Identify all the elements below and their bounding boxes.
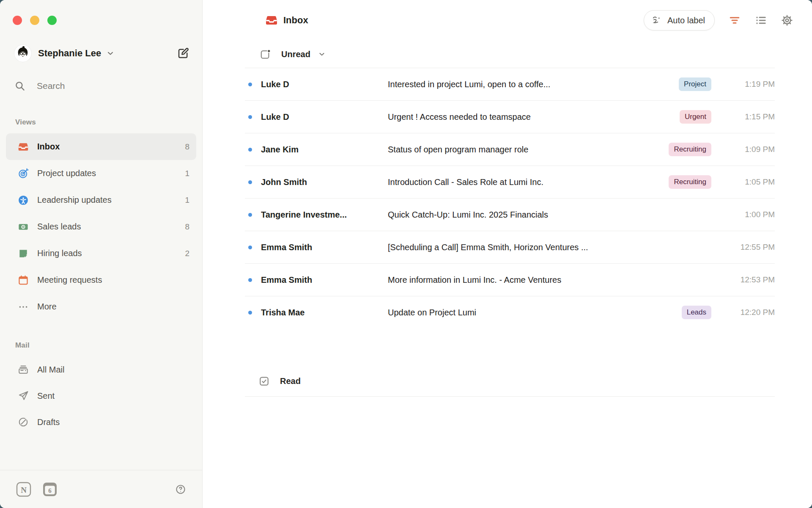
unread-dot [248,180,252,184]
email-time: 12:55 PM [711,243,775,252]
help-icon[interactable] [175,484,186,495]
sidebar-item-label: Sales leads [37,222,81,232]
chevron-down-icon [105,48,115,58]
email-row[interactable]: Trisha MaeUpdate on Project LumiLeads12:… [245,296,775,329]
chevron-down-icon [317,50,326,59]
compose-button[interactable] [177,47,189,60]
notion-app-icon[interactable]: N [16,482,31,497]
email-row[interactable]: Emma Smith[Scheduling a Call] Emma Smith… [245,231,775,264]
list-view-icon[interactable] [754,14,767,27]
views-heading: Views [15,118,202,127]
email-sender: Tangerine Investme... [261,210,388,220]
unread-count: 2 [185,249,189,258]
unread-count: 8 [185,222,189,232]
email-row[interactable]: Emma SmithMore information in Lumi Inc. … [245,264,775,296]
email-time: 12:20 PM [711,308,775,317]
email-sender: Emma Smith [261,243,388,252]
sidebar-item-sent[interactable]: Sent [6,383,196,409]
sidebar-item-inbox[interactable]: Inbox8 [6,133,196,160]
email-row[interactable]: Luke DInterested in project Lumi, open t… [245,68,775,101]
svg-text:6: 6 [48,487,52,494]
label-badge[interactable]: Urgent [680,110,711,124]
sidebar-item-label: More [37,302,57,312]
close-window-button[interactable] [13,16,22,25]
email-subject: Urgent ! Access needed to teamspace [388,112,680,122]
views-list: Inbox8Project updates1Leadership updates… [0,133,202,320]
label-badge[interactable]: Recruiting [669,143,711,156]
email-row[interactable]: Jane KimStatus of open program manager r… [245,133,775,166]
sidebar-item-label: Hiring leads [37,248,82,258]
email-subject: Update on Project Lumi [388,308,682,318]
email-list-area: Unread Luke DInterested in project Lumi,… [245,41,775,397]
email-row[interactable]: John SmithIntroduction Call - Sales Role… [245,166,775,199]
zoom-window-button[interactable] [47,16,57,25]
inbox-icon [18,141,29,152]
sidebar: Stephanie Lee Search Views Inbox8Project… [0,0,203,508]
draft-icon [18,417,29,428]
mail-heading: Mail [15,341,202,350]
sidebar-item-project-updates[interactable]: Project updates1 [6,160,196,187]
email-subject: Introduction Call - Sales Role at Lumi I… [388,177,669,187]
email-time: 12:53 PM [711,275,775,284]
read-section-header[interactable]: Read [245,366,775,396]
sidebar-item-label: Meeting requests [37,275,102,285]
target-icon [18,168,29,179]
email-subject: [Scheduling a Call] Emma Smith, Horizon … [388,243,711,252]
sidebar-item-sales-leads[interactable]: Sales leads8 [6,213,196,240]
email-sender: Jane Kim [261,145,388,155]
email-subject: Status of open program manager role [388,145,669,155]
label-badge[interactable]: Leads [682,306,711,319]
sidebar-item-label: Sent [37,391,55,401]
email-sender: Emma Smith [261,275,388,285]
sidebar-item-leadership-updates[interactable]: Leadership updates1 [6,187,196,213]
sidebar-item-drafts[interactable]: Drafts [6,409,196,435]
sidebar-footer: N 6 [0,470,202,508]
unread-dot [248,83,252,86]
settings-gear-icon[interactable] [781,14,793,27]
unread-dot [248,148,252,152]
money-icon [18,221,29,232]
unread-dot [248,246,252,249]
calendar-app-icon[interactable]: 6 [42,482,58,497]
unread-count: 1 [185,196,189,205]
email-sender: Luke D [261,80,388,89]
read-checkbox-icon [258,375,270,387]
email-row[interactable]: Tangerine Investme...Quick Catch-Up: Lum… [245,199,775,231]
unread-checkbox-icon [260,49,271,60]
unread-dot [248,311,252,315]
sidebar-item-meeting-requests[interactable]: Meeting requests [6,267,196,293]
account-switcher[interactable]: Stephanie Lee [14,44,189,62]
main-panel: Inbox Auto label Unread Luke DInterested… [203,0,812,508]
search-placeholder: Search [37,81,65,91]
sidebar-item-label: All Mail [37,365,64,375]
auto-label-button[interactable]: Auto label [644,10,715,30]
unread-section-header[interactable]: Unread [245,41,775,68]
unread-dot [248,115,252,119]
page-title: Inbox [283,15,308,26]
user-name: Stephanie Lee [38,48,101,59]
dots-icon [18,301,29,312]
sidebar-item-label: Inbox [37,142,60,152]
sidebar-item-more[interactable]: More [6,293,196,320]
mail-list: All MailSentDrafts [0,356,202,435]
filter-icon[interactable] [728,14,741,27]
email-time: 1:00 PM [711,210,775,219]
inbox-icon [265,14,278,27]
calendar-icon [18,275,29,286]
email-subject: Interested in project Lumi, open to a co… [388,80,679,89]
sidebar-item-label: Leadership updates [37,195,112,205]
email-sender: Trisha Mae [261,308,388,318]
unread-dot [248,213,252,217]
sidebar-item-all-mail[interactable]: All Mail [6,356,196,383]
minimize-window-button[interactable] [30,16,39,25]
allmail-icon [18,364,29,375]
sidebar-item-label: Drafts [37,417,60,427]
label-badge[interactable]: Project [679,77,711,91]
email-time: 1:15 PM [711,112,775,121]
search-input[interactable]: Search [14,77,189,94]
email-sender: John Smith [261,177,388,187]
main-header: Inbox Auto label [203,0,812,41]
email-row[interactable]: Luke DUrgent ! Access needed to teamspac… [245,101,775,133]
label-badge[interactable]: Recruiting [669,175,711,189]
sidebar-item-hiring-leads[interactable]: Hiring leads2 [6,240,196,267]
